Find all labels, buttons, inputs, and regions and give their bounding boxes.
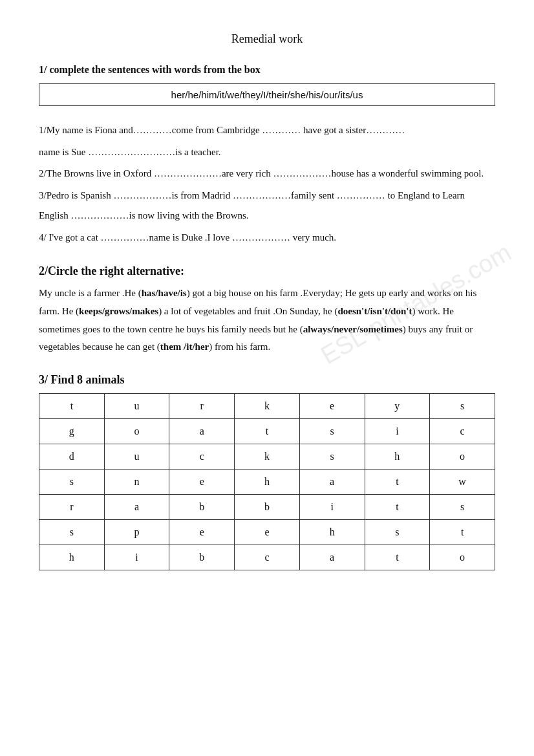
grid-cell-5-1: p [104,520,169,545]
grid-cell-4-3: b [235,495,300,520]
grid-row-0: turkeys [39,394,495,419]
grid-cell-0-5: y [365,394,430,419]
grid-cell-1-6: c [430,419,495,444]
grid-cell-1-4: s [299,419,365,444]
grid-cell-2-1: u [104,444,169,470]
grid-cell-2-5: h [365,444,430,470]
sentence-2: name is Sue ………………………is a teacher. [39,142,495,163]
grid-cell-2-4: s [299,444,365,470]
sentence-4: 3/Pedro is Spanish ………………is from Madrid … [39,186,495,226]
grid-cell-0-3: k [235,394,300,419]
grid-cell-1-3: t [235,419,300,444]
section2-heading: 2/Circle the right alternative: [39,265,495,278]
grid-cell-6-4: a [299,545,365,570]
section-find-animals: 3/ Find 8 animals turkeysgoatsicduckshos… [39,373,495,570]
sentence-1: 1/My name is Fiona and…………come from Camb… [39,120,495,141]
grid-cell-0-1: u [104,394,169,419]
grid-cell-2-0: d [39,444,105,470]
grid-cell-3-4: a [299,470,365,495]
grid-cell-2-6: o [430,444,495,470]
alt-4: always/never/sometimes [303,324,403,334]
grid-cell-2-3: k [235,444,300,470]
section1-heading: 1/ complete the sentences with words fro… [39,64,495,76]
grid-cell-4-2: b [169,495,235,520]
grid-cell-3-3: h [235,470,300,495]
grid-cell-1-1: o [104,419,169,444]
grid-cell-0-4: e [299,394,365,419]
grid-cell-3-6: w [430,470,495,495]
grid-cell-5-6: t [430,520,495,545]
alt-3: doesn't/isn't/don't [337,306,412,316]
grid-row-4: rabbits [39,495,495,520]
grid-cell-6-2: b [169,545,235,570]
grid-row-5: speehst [39,520,495,545]
grid-cell-4-6: s [430,495,495,520]
fill-in-sentences: 1/My name is Fiona and…………come from Camb… [39,120,495,248]
word-box: her/he/him/it/we/they/I/their/she/his/ou… [39,83,495,106]
alt-2: keeps/grows/makes [79,306,158,316]
grid-cell-2-2: c [169,444,235,470]
grid-cell-5-0: s [39,520,105,545]
grid-cell-5-5: s [365,520,430,545]
alt-1: has/have/is [142,288,187,298]
grid-cell-3-2: e [169,470,235,495]
grid-cell-1-5: i [365,419,430,444]
word-search-grid: turkeysgoatsicduckshosnehatwrabbitsspeeh… [39,393,495,570]
grid-cell-5-3: e [235,520,300,545]
grid-cell-3-5: t [365,470,430,495]
circle-paragraph: My uncle is a farmer .He (has/have/is) g… [39,285,495,356]
sentence-3: 2/The Browns live in Oxford …………………are v… [39,164,495,184]
grid-cell-4-1: a [104,495,169,520]
grid-row-3: snehatw [39,470,495,495]
grid-cell-3-0: s [39,470,105,495]
grid-row-2: ducksho [39,444,495,470]
grid-cell-6-0: h [39,545,105,570]
section-circle-alternative: 2/Circle the right alternative: My uncle… [39,265,495,356]
section-complete-sentences: 1/ complete the sentences with words fro… [39,64,495,248]
grid-cell-1-0: g [39,419,105,444]
grid-cell-6-3: c [235,545,300,570]
grid-cell-4-0: r [39,495,105,520]
section3-heading: 3/ Find 8 animals [39,373,495,387]
grid-table: turkeysgoatsicduckshosnehatwrabbitsspeeh… [39,393,495,570]
grid-cell-5-2: e [169,520,235,545]
grid-cell-6-5: t [365,545,430,570]
sentence-5: 4/ I've got a cat ……………name is Duke .I l… [39,228,495,248]
grid-cell-1-2: a [169,419,235,444]
grid-cell-5-4: h [299,520,365,545]
grid-cell-4-5: t [365,495,430,520]
grid-cell-6-6: o [430,545,495,570]
circle-text: My uncle is a farmer .He (has/have/is) g… [39,285,495,356]
grid-row-6: hibcato [39,545,495,570]
grid-cell-0-2: r [169,394,235,419]
grid-cell-0-6: s [430,394,495,419]
grid-row-1: goatsic [39,419,495,444]
grid-cell-4-4: i [299,495,365,520]
alt-5: them /it/her [160,341,209,352]
page-title: Remedial work [39,32,495,46]
grid-cell-3-1: n [104,470,169,495]
grid-cell-0-0: t [39,394,105,419]
grid-cell-6-1: i [104,545,169,570]
